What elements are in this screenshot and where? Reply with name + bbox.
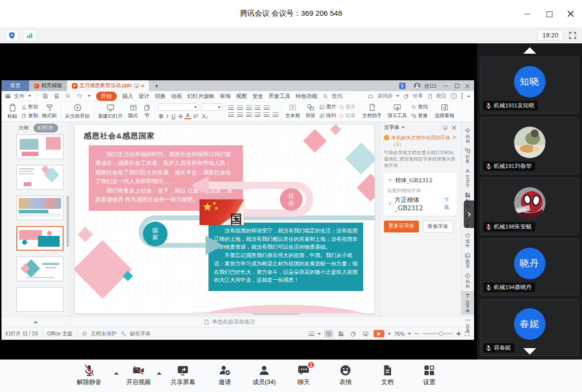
maximize-button[interactable] [546, 10, 552, 17]
italic-button[interactable]: I [165, 113, 170, 119]
share-button[interactable]: 分享 [404, 93, 423, 99]
notes-toggle-icon[interactable] [308, 331, 314, 336]
zoom-out-button[interactable] [414, 333, 419, 334]
emoji-button[interactable]: 表情 [327, 364, 364, 387]
share-screen-button[interactable]: 共享屏幕 [164, 364, 202, 387]
wps-tab-docer[interactable]: 稻壳模板 [29, 80, 67, 91]
wps-new-tab-button[interactable]: + [149, 80, 165, 91]
sidetool-cloud-font[interactable]: 云字体 [461, 291, 474, 315]
nation-circle[interactable]: 国家 [143, 222, 168, 246]
superscript-button[interactable]: X² [192, 113, 200, 119]
wps-avatar[interactable] [414, 83, 420, 89]
ribbon-tab-design[interactable]: 设计 [138, 93, 149, 100]
start-video-button[interactable]: 开启视频 [120, 364, 157, 387]
slide-title[interactable]: 感恩社会&感恩国家 [84, 131, 155, 141]
sidetool-settings[interactable]: 设置 [461, 315, 474, 335]
file-menu[interactable]: 文件 [5, 93, 31, 100]
view-normal-button[interactable] [324, 330, 333, 337]
network-quality-button[interactable] [23, 30, 36, 41]
missing-font-card[interactable]: 楷体_GB2312 匹配到相似字体: 方正楷体_GB2312 下载 [384, 173, 457, 216]
unmute-button[interactable]: 解除静音 [70, 364, 108, 387]
section-button[interactable]: 节 [142, 104, 152, 119]
copy-button[interactable]: 复制 [21, 112, 38, 119]
subscript-button[interactable]: X₂ [201, 113, 209, 119]
arrange-button[interactable]: 排列 [319, 112, 336, 119]
font-size-select[interactable] [201, 103, 223, 111]
font-family-select[interactable] [158, 103, 199, 111]
ribbon-tab-transition[interactable]: 切换 [155, 93, 166, 100]
undo-button[interactable] [76, 93, 82, 99]
scroll-up-arrow[interactable] [523, 47, 536, 54]
notes-placeholder-area[interactable]: 单击此处添加备注 [70, 318, 255, 326]
shapes-button[interactable]: 形状 [304, 103, 317, 119]
participant-tile[interactable]: 知晓 机械1911吴知晓 [480, 57, 579, 114]
find-button[interactable]: 查找 [411, 103, 428, 110]
ribbon-tab-security[interactable]: 安全 [252, 93, 263, 100]
more-options-icon[interactable] [461, 93, 463, 99]
play-from-current-button[interactable]: 从当前开始 [64, 103, 91, 120]
nation-text-box[interactable]: 没有祖国的和谐安宁，就没有我们稳定的生活；没有祖国辽阔的土地，就没有我们赖以居住… [208, 223, 363, 291]
add-slide-button[interactable]: + [1, 318, 70, 326]
zoom-in-button[interactable] [456, 331, 461, 336]
cloud-sync-status[interactable]: 未同步 [368, 93, 400, 99]
view-show-button[interactable] [361, 330, 370, 337]
wps-tab-document[interactable]: P 五月感恩教育活动.pptx [67, 80, 149, 91]
doc-assistant-button[interactable]: 文档助手 [361, 103, 383, 119]
society-circle[interactable]: 社会 [280, 188, 303, 211]
wps-minimize-button[interactable] [444, 83, 448, 88]
help-icon[interactable]: ? [451, 93, 457, 99]
zoom-level[interactable]: 75% [394, 331, 405, 337]
ribbon-tab-start[interactable]: 开始 [96, 92, 117, 101]
slide-thumbnail-11-selected[interactable]: 11 [16, 226, 64, 251]
settings-button[interactable]: 设置 [411, 364, 448, 387]
close-panel-icon[interactable] [452, 126, 457, 131]
ribbon-tab-slideshow[interactable]: 幻灯片放映 [187, 93, 214, 100]
selection-pane-button[interactable]: 选择窗格 [433, 103, 456, 119]
close-button[interactable] [567, 10, 574, 17]
zoom-slider-knob[interactable] [439, 331, 444, 336]
ribbon-tab-view[interactable]: 视图 [236, 93, 247, 100]
audio-options-caret[interactable] [114, 372, 119, 375]
strikethrough-button[interactable]: S [177, 113, 184, 119]
docs-button[interactable]: 文档 [369, 364, 406, 387]
slide-thumbnail-10[interactable]: 10 [16, 196, 64, 220]
present-tools-button[interactable]: 演示工具 [386, 103, 409, 119]
fullscreen-button[interactable] [568, 31, 577, 40]
participant-tile[interactable]: 晓丹 机械194聂晓丹 [480, 238, 579, 295]
slide-thumbnail-8[interactable]: 8 [16, 134, 64, 159]
ribbon-tab-review[interactable]: 审阅 [220, 93, 231, 100]
sidetool-components[interactable]: 组件 [461, 230, 474, 250]
picture-button[interactable]: 图片 [319, 103, 336, 110]
line-spacing-button[interactable] [264, 105, 270, 110]
slide-thumbnail-9[interactable]: 9 [16, 165, 64, 190]
wps-close-button[interactable] [465, 83, 470, 88]
theme-name[interactable]: Office 主题 [47, 330, 72, 337]
wps-restore-button[interactable] [454, 83, 459, 88]
ribbon-tab-devtools[interactable]: 开发工具 [269, 93, 290, 100]
comment-button[interactable]: 批注 [427, 93, 446, 99]
view-sorter-button[interactable] [337, 330, 345, 337]
ribbon-tab-features[interactable]: 特色功能 [296, 93, 317, 100]
chevron-down-icon[interactable] [88, 95, 91, 97]
download-font-link[interactable]: 下载 [444, 197, 453, 211]
members-button[interactable]: 成员(34) [245, 364, 283, 387]
save-button[interactable] [42, 93, 48, 99]
new-slide-button[interactable]: 新建幻灯片 [97, 103, 124, 120]
format-painter-button[interactable]: 格式刷 [40, 104, 58, 119]
align-left-button[interactable] [228, 112, 234, 117]
paste-button[interactable]: 粘贴 [6, 103, 19, 120]
chevron-down-icon[interactable] [402, 127, 405, 129]
find-command[interactable]: 查找 [323, 93, 342, 100]
meeting-security-button[interactable] [5, 30, 19, 41]
distribute-button[interactable] [264, 112, 270, 117]
outline-tab[interactable]: 大纲 [18, 125, 29, 131]
cut-button[interactable]: 剪切 [21, 103, 38, 110]
numbering-button[interactable] [237, 105, 243, 110]
missing-font-status[interactable]: 缺失字体 [121, 330, 150, 337]
align-right-button[interactable] [246, 112, 252, 117]
view-reading-button[interactable] [349, 330, 358, 337]
scroll-down-arrow[interactable] [523, 348, 536, 355]
bold-button[interactable]: B [158, 113, 165, 119]
textbox-button[interactable]: 文本框 [284, 103, 302, 119]
bullets-button[interactable] [228, 105, 234, 110]
